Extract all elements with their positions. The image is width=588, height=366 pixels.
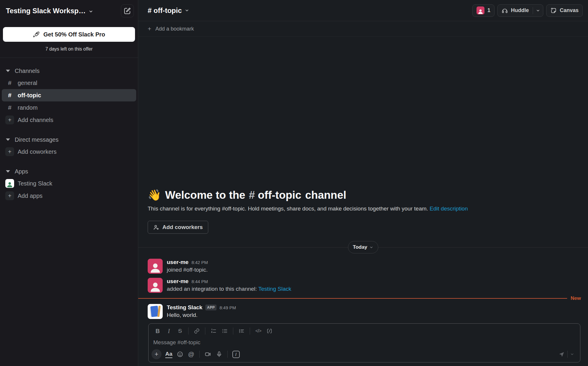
bullet-list-button[interactable] [219,326,230,336]
apps-section-label: Apps [15,168,28,175]
message-input[interactable] [153,339,575,346]
ordered-list-button[interactable] [208,326,219,336]
send-button[interactable] [556,349,567,359]
message-timestamp[interactable]: 8:42 PM [191,260,208,265]
italic-button[interactable]: I [163,326,174,336]
member-count: 1 [487,7,490,14]
sidebar-item-random[interactable]: # random [2,101,136,114]
add-apps-label: Add apps [18,193,43,199]
send-plane-icon [558,351,565,357]
add-apps-button[interactable]: + Add apps [2,190,136,202]
upgrade-offer-button[interactable]: Get 50% Off Slack Pro [3,27,135,42]
new-message-button[interactable] [121,4,134,17]
huddle-toggle[interactable]: Huddle [498,5,533,16]
canvas-icon [550,7,557,14]
message-timestamp[interactable]: 8:44 PM [191,279,208,284]
app-message-avatar[interactable] [148,304,163,319]
add-channels-label: Add channels [18,117,53,123]
channel-description: This channel is for everything #off-topi… [148,205,579,212]
channels-section-header[interactable]: Channels [2,65,136,77]
message-composer: B I S [148,323,580,362]
sidebar: Testing Slack Worksp… Get 50% Off Slack … [0,0,138,366]
collapse-triangle-icon [6,138,10,141]
toolbar-divider [250,327,250,335]
message-pane: 👋 Welcome to the # off-topic channel Thi… [138,37,588,366]
plus-icon: + [5,191,14,200]
members-button[interactable]: 1 [472,4,494,17]
audio-clip-button[interactable] [214,349,225,359]
add-channels-button[interactable]: + Add channels [2,114,136,126]
channel-title-button[interactable]: # off-topic [148,6,189,15]
date-pill[interactable]: Today [348,241,379,253]
add-coworkers-button-sidebar[interactable]: + Add coworkers [2,146,136,158]
collapse-triangle-icon [6,70,10,72]
wave-emoji: 👋 [148,189,161,201]
welcome-channel-name: off-topic [258,189,302,201]
person-icon [149,261,161,274]
microphone-icon [216,351,222,357]
link-button[interactable] [191,326,202,336]
bold-button[interactable]: B [152,326,163,336]
message-author[interactable]: user-me [167,278,189,285]
welcome-title: 👋 Welcome to the # off-topic channel [148,189,579,201]
sidebar-item-general[interactable]: # general [2,77,136,89]
send-group [556,349,577,359]
avatar[interactable] [148,278,163,293]
app-badge: APP [205,305,216,310]
integration-link[interactable]: Testing Slack [258,286,291,292]
huddle-options[interactable] [533,5,543,16]
add-bookmark-label: Add a bookmark [155,26,194,32]
person-icon [477,8,484,14]
edit-description-link[interactable]: Edit description [430,205,468,212]
workspace-name: Testing Slack Worksp… [6,7,86,15]
compose-icon [124,7,131,15]
message-row[interactable]: user-me 8:42 PM joined #off-topic. [138,257,588,276]
message-row[interactable]: user-me 8:44 PM added an integration to … [138,276,588,295]
sidebar-item-off-topic[interactable]: # off-topic [2,89,136,101]
app-label: Testing Slack [18,180,52,187]
chevron-down-icon [536,9,540,13]
code-button[interactable]: </> [253,326,264,336]
canvas-button[interactable]: Canvas [546,4,583,17]
add-coworkers-button[interactable]: Add coworkers [148,221,208,234]
channel-label: random [18,104,38,111]
emoji-icon [177,351,183,357]
strikethrough-button[interactable]: S [174,326,186,336]
dm-section-header[interactable]: Direct messages [2,134,136,146]
channel-header: # off-topic 1 Huddle [138,0,588,21]
mention-button[interactable]: @ [186,349,197,359]
huddle-label: Huddle [511,7,529,14]
input-row [149,336,580,347]
member-avatar [477,6,484,14]
message-row[interactable]: Testing Slack APP 8:49 PM Hello, world. [138,302,588,321]
offer-label: Get 50% Off Slack Pro [43,31,105,38]
workspace-switcher[interactable]: Testing Slack Worksp… [6,7,93,15]
message-author[interactable]: Testing Slack [167,304,202,311]
welcome-title-suffix: channel [305,189,346,201]
blockquote-icon [239,328,244,334]
formatting-toggle-button[interactable]: Aa [163,349,174,359]
message-timestamp[interactable]: 8:49 PM [219,305,236,310]
code-block-button[interactable] [264,326,275,336]
apps-section-header[interactable]: Apps [2,166,136,177]
hash-icon: # [6,92,14,99]
shortcuts-button[interactable]: / [230,349,241,359]
new-label: New [571,295,581,301]
avatar[interactable] [148,259,163,274]
message-author[interactable]: user-me [167,259,189,265]
video-clip-button[interactable] [202,349,214,359]
person-icon [6,181,13,188]
emoji-button[interactable] [174,349,186,359]
sidebar-nav: Channels # general # off-topic # random … [0,58,138,202]
chevron-down-icon [89,9,93,14]
channel-label: off-topic [18,92,41,99]
attach-button[interactable]: + [151,349,161,359]
channels-section-label: Channels [15,68,40,74]
send-options-button[interactable] [568,349,577,359]
sidebar-item-testing-slack-app[interactable]: Testing Slack [2,177,136,190]
channel-welcome: 👋 Welcome to the # off-topic channel Thi… [138,189,588,234]
blockquote-button[interactable] [236,326,247,336]
add-bookmark-bar[interactable]: + Add a bookmark [138,21,588,37]
huddle-button[interactable]: Huddle [497,4,543,17]
workspace-header: Testing Slack Worksp… [0,0,138,22]
